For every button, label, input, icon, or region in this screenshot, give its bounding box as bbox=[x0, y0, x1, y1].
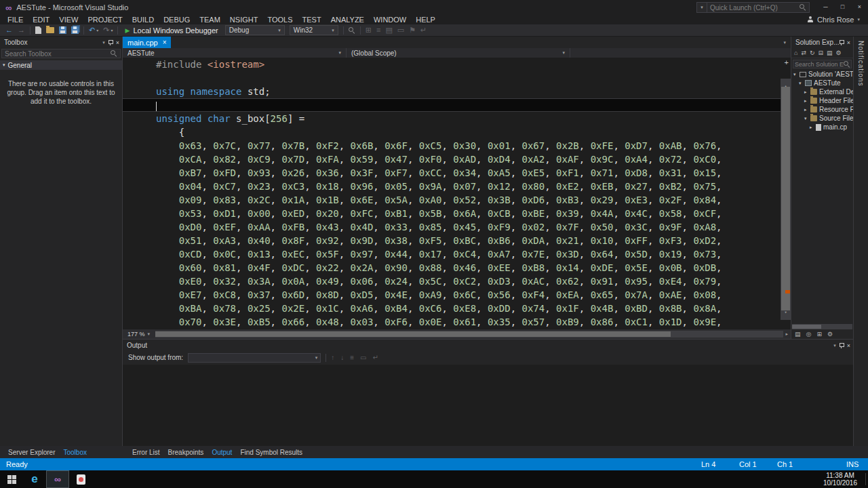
quick-launch-input[interactable]: Quick Launch (Ctrl+Q) bbox=[707, 2, 810, 13]
code-line[interactable]: 0xE0, 0x32, 0x3A, 0x0A, 0x49, 0x06, 0x24… bbox=[123, 274, 781, 288]
editor-vertical-scrollbar[interactable]: ▴ ▾ bbox=[781, 79, 791, 320]
current-code-line[interactable] bbox=[123, 98, 781, 112]
indent-icon[interactable]: ⊞ bbox=[366, 26, 372, 34]
navigate-backward-icon[interactable]: ← bbox=[5, 26, 13, 34]
sync-with-active-document-icon[interactable]: ⇄ bbox=[801, 49, 806, 56]
code-line[interactable]: 0x51, 0xA3, 0x40, 0x8F, 0x92, 0x9D, 0x38… bbox=[123, 234, 781, 247]
home-icon[interactable]: ⌂ bbox=[794, 49, 797, 56]
quick-launch-scope-dropdown[interactable]: ▾ bbox=[696, 2, 707, 13]
tree-item-external-dep[interactable]: ▸External Dep bbox=[791, 87, 853, 96]
menu-file[interactable]: FILE bbox=[3, 16, 28, 24]
output-content[interactable] bbox=[123, 365, 853, 446]
save-all-icon[interactable] bbox=[71, 26, 79, 34]
minimize-button[interactable]: ─ bbox=[817, 0, 834, 13]
tree-item-solution-aestute-[interactable]: ▾Solution 'AESTute' bbox=[791, 70, 853, 79]
save-icon[interactable] bbox=[59, 26, 66, 34]
code-line[interactable]: 0x63, 0x7C, 0x77, 0x7B, 0xF2, 0x6B, 0x6F… bbox=[123, 139, 781, 152]
signed-in-user[interactable]: Chris Rose ▾ bbox=[807, 16, 868, 24]
horizontal-scrollbar-thumb[interactable] bbox=[792, 325, 821, 329]
taskbar-app-icon[interactable] bbox=[69, 470, 92, 488]
panel-tab-error-list[interactable]: Error List bbox=[128, 447, 164, 458]
code-line[interactable] bbox=[123, 71, 781, 85]
close-button[interactable]: × bbox=[851, 0, 868, 13]
menu-team[interactable]: TEAM bbox=[195, 16, 225, 24]
tree-item-resource-fi[interactable]: ▸Resource Fi bbox=[791, 105, 853, 114]
code-line[interactable]: 0xBA, 0x78, 0x25, 0x2E, 0x1C, 0xA6, 0xB4… bbox=[123, 302, 781, 315]
solution-platform-select[interactable]: Win32 ▾ bbox=[290, 25, 338, 35]
code-line[interactable]: 0x53, 0xD1, 0x00, 0xED, 0x20, 0xFC, 0xB1… bbox=[123, 207, 781, 220]
menu-nsight[interactable]: NSIGHT bbox=[225, 16, 263, 24]
close-icon[interactable]: × bbox=[847, 342, 850, 349]
code-line[interactable]: 0xCD, 0x0C, 0x13, 0xEC, 0x5F, 0x97, 0x44… bbox=[123, 247, 781, 261]
code-line[interactable]: 0x04, 0xC7, 0x23, 0xC3, 0x18, 0x96, 0x05… bbox=[123, 180, 781, 193]
expand-arrow-icon[interactable]: ▸ bbox=[810, 125, 816, 130]
class-view-tab-icon[interactable]: ⊞ bbox=[816, 331, 822, 338]
word-wrap-icon[interactable]: ↵ bbox=[420, 26, 427, 34]
close-icon[interactable]: × bbox=[847, 39, 850, 46]
solution-configuration-select[interactable]: Debug ▾ bbox=[225, 25, 285, 35]
collapse-arrow-icon[interactable]: ▾ bbox=[793, 72, 800, 77]
code-line[interactable]: 0x09, 0x83, 0x2C, 0x1A, 0x1B, 0x6E, 0x5A… bbox=[123, 193, 781, 207]
collapse-arrow-icon[interactable]: ▾ bbox=[799, 81, 805, 86]
notifications-strip[interactable]: Notifications bbox=[853, 37, 868, 446]
taskbar-edge-icon[interactable]: e bbox=[23, 470, 46, 488]
panel-tab-breakpoints[interactable]: Breakpoints bbox=[164, 447, 208, 458]
undo-dropdown-icon[interactable]: ▾ bbox=[96, 28, 98, 33]
collapse-arrow-icon[interactable]: ▾ bbox=[804, 116, 810, 121]
horizontal-scrollbar-thumb[interactable] bbox=[155, 331, 671, 337]
window-position-icon[interactable]: ▾ bbox=[102, 40, 105, 45]
pin-icon[interactable] bbox=[839, 342, 844, 349]
menu-edit[interactable]: EDIT bbox=[28, 16, 54, 24]
start-debugging-button[interactable]: ▶ Local Windows Debugger bbox=[123, 26, 220, 35]
maximize-button[interactable]: □ bbox=[834, 0, 851, 13]
expand-arrow-icon[interactable]: ▸ bbox=[804, 89, 810, 95]
show-all-files-icon[interactable]: ▤ bbox=[827, 49, 833, 56]
menu-project[interactable]: PROJECT bbox=[83, 16, 127, 24]
solution-explorer-header[interactable]: Solution Exp... × bbox=[791, 37, 853, 48]
pin-icon[interactable] bbox=[839, 39, 844, 46]
toolbox-section-general[interactable]: ▾ General bbox=[0, 60, 122, 70]
pin-icon[interactable] bbox=[108, 39, 113, 46]
code-line[interactable]: #include <iostream> bbox=[123, 58, 781, 71]
tree-item-source-files[interactable]: ▾Source Files bbox=[791, 114, 853, 123]
taskbar-clock[interactable]: 11:38 AM 10/10/2016 bbox=[823, 472, 868, 487]
menu-test[interactable]: TEST bbox=[298, 16, 326, 24]
find-in-files-icon[interactable] bbox=[349, 27, 355, 34]
expand-arrow-icon[interactable]: ▸ bbox=[804, 107, 810, 113]
zoom-level-select[interactable]: 177 % ▾ bbox=[123, 331, 153, 338]
menu-tools[interactable]: TOOLS bbox=[262, 16, 297, 24]
open-file-icon[interactable] bbox=[46, 27, 54, 33]
window-position-icon[interactable]: ▾ bbox=[833, 343, 836, 348]
code-line[interactable]: 0x70, 0x3E, 0xB5, 0x66, 0x48, 0x03, 0xF6… bbox=[123, 315, 781, 329]
menu-view[interactable]: VIEW bbox=[54, 16, 83, 24]
code-line[interactable]: 0xCA, 0x82, 0xC9, 0x7D, 0xFA, 0x59, 0x47… bbox=[123, 152, 781, 166]
code-line[interactable]: 0xE7, 0xC8, 0x37, 0x6D, 0x8D, 0xD5, 0x4E… bbox=[123, 288, 781, 302]
menu-help[interactable]: HELP bbox=[411, 16, 440, 24]
title-bar[interactable]: ∞ AESTute - Microsoft Visual Studio ▾ Qu… bbox=[0, 0, 868, 15]
bookmark-flag-icon[interactable]: ⚑ bbox=[409, 26, 416, 34]
menu-debug[interactable]: DEBUG bbox=[159, 16, 195, 24]
start-button[interactable] bbox=[0, 470, 23, 488]
outdent-icon[interactable]: ≡ bbox=[376, 26, 380, 34]
undo-icon[interactable]: ↶ bbox=[89, 26, 95, 34]
code-line[interactable]: 0x60, 0x81, 0x4F, 0xDC, 0x22, 0x2A, 0x90… bbox=[123, 261, 781, 274]
code-line[interactable]: 0xD0, 0xEF, 0xAA, 0xFB, 0x43, 0x4D, 0x33… bbox=[123, 220, 781, 234]
property-manager-tab-icon[interactable]: ⚙ bbox=[827, 331, 833, 338]
refresh-icon[interactable]: ↻ bbox=[810, 49, 815, 56]
goto-next-message-icon[interactable]: ↓ bbox=[340, 354, 344, 361]
code-line[interactable]: unsigned char s_box[256] = bbox=[123, 112, 781, 125]
scroll-down-arrow-icon[interactable]: ▾ bbox=[781, 306, 791, 319]
solution-explorer-tab-icon[interactable]: ▤ bbox=[795, 331, 801, 338]
scroll-right-arrow-icon[interactable]: ▸ bbox=[785, 331, 791, 337]
toolbox-search-input[interactable]: Search Toolbox bbox=[1, 49, 121, 58]
expand-arrow-icon[interactable]: ▸ bbox=[804, 98, 810, 104]
collapse-all-icon[interactable]: ⊟ bbox=[818, 49, 824, 56]
tab-main-cpp[interactable]: main.cpp × bbox=[123, 37, 171, 48]
close-icon[interactable]: × bbox=[163, 39, 167, 46]
notifications-tab-label[interactable]: Notifications bbox=[857, 41, 865, 86]
toolbox-header[interactable]: Toolbox ▾ × bbox=[0, 37, 122, 48]
code-line[interactable]: using namespace std; bbox=[123, 85, 781, 98]
menu-analyze[interactable]: ANALYZE bbox=[326, 16, 369, 24]
editor-split-handle-icon[interactable]: + bbox=[785, 58, 789, 66]
goto-previous-message-icon[interactable]: ↑ bbox=[331, 354, 334, 361]
